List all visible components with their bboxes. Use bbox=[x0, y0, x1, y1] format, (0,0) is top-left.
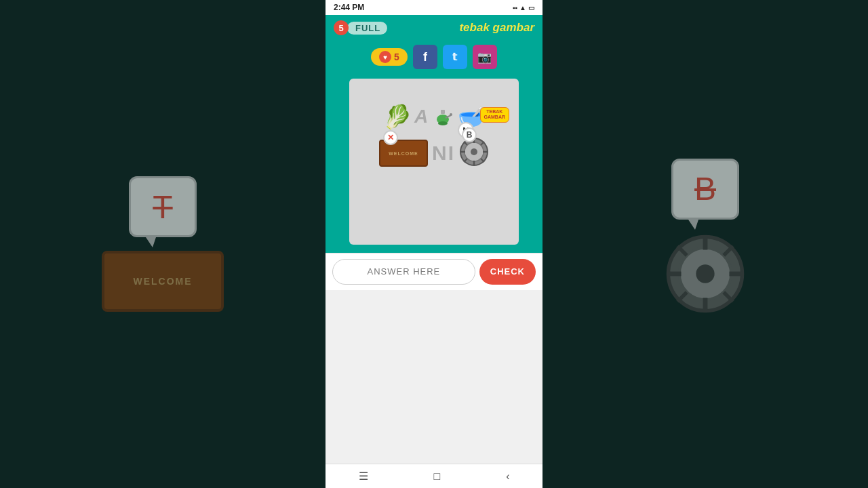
wheel-svg bbox=[459, 137, 489, 167]
keyboard-area bbox=[326, 290, 542, 464]
facebook-icon: f bbox=[423, 50, 427, 64]
instagram-button[interactable]: 📷 bbox=[473, 45, 497, 69]
coin-badge: ♥ 5 bbox=[371, 48, 408, 66]
status-time: 2:44 PM bbox=[334, 3, 364, 12]
mat-text: WELCOME bbox=[389, 151, 418, 156]
status-bar: 2:44 PM ▪▪ ▲ ▭ bbox=[326, 0, 542, 15]
puzzle-box: TEBAK GAMBAR N 🥬 A bbox=[349, 79, 519, 245]
blender-icon bbox=[431, 104, 455, 129]
bg-right-decor: B bbox=[665, 159, 746, 330]
bg-wheel-svg bbox=[665, 233, 746, 314]
bg-bubble-letter-right: B bbox=[694, 170, 716, 207]
bg-mat-left: WELCOME bbox=[102, 251, 224, 312]
svg-point-3 bbox=[450, 113, 452, 116]
check-button[interactable]: CHECK bbox=[479, 259, 536, 285]
puzzle-bottom-row: ✕ WELCOME NI B bbox=[355, 137, 513, 169]
game-area: TEBAK GAMBAR N 🥬 A bbox=[326, 73, 542, 253]
bg-speech-bubble-right: B bbox=[671, 159, 739, 220]
bg-mat-text-left: WELCOME bbox=[133, 276, 192, 287]
signal-icon: ▪▪ bbox=[513, 4, 517, 12]
back-button[interactable]: ‹ bbox=[506, 470, 509, 483]
bg-wheel-right bbox=[665, 233, 746, 330]
svg-point-4 bbox=[438, 121, 448, 125]
bg-speech-bubble-left: T bbox=[129, 176, 197, 237]
wifi-icon: ▲ bbox=[519, 4, 526, 12]
coin-icon: ♥ bbox=[379, 51, 391, 63]
background-left: T WELCOME bbox=[0, 0, 326, 488]
top-bar: 5 FULL tebak gambar bbox=[326, 15, 542, 41]
ni-letters: NI bbox=[432, 142, 455, 165]
svg-point-7 bbox=[471, 148, 477, 155]
answer-section: CHECK bbox=[326, 253, 542, 290]
home-button[interactable]: □ bbox=[434, 470, 441, 483]
logo-line2: GAMBAR bbox=[484, 115, 506, 120]
puzzle-inner: TEBAK GAMBAR N 🥬 A bbox=[355, 103, 513, 245]
full-badge: 5 FULL bbox=[334, 20, 387, 35]
social-bar: ♥ 5 f 𝕥 📷 bbox=[326, 41, 542, 73]
svg-rect-1 bbox=[441, 110, 445, 114]
svg-point-18 bbox=[696, 264, 714, 283]
nav-bar: ☰ □ ‹ bbox=[326, 464, 542, 488]
level-number: 5 bbox=[334, 20, 349, 35]
facebook-button[interactable]: f bbox=[413, 45, 437, 69]
logo-line1: TEBAK bbox=[484, 109, 506, 115]
twitter-icon: 𝕥 bbox=[452, 51, 457, 63]
background-right: B bbox=[542, 0, 868, 488]
menu-button[interactable]: ☰ bbox=[359, 470, 368, 483]
letter-a: A bbox=[414, 106, 428, 127]
bg-bubble-letter-left: T bbox=[153, 188, 172, 226]
bg-left-decor: T WELCOME bbox=[102, 176, 224, 312]
answer-input[interactable] bbox=[332, 259, 475, 285]
phone-frame: 2:44 PM ▪▪ ▲ ▭ 5 FULL tebak gambar ♥ 5 f… bbox=[326, 0, 542, 488]
full-label: FULL bbox=[347, 22, 387, 35]
twitter-button[interactable]: 𝕥 bbox=[443, 45, 467, 69]
status-icons: ▪▪ ▲ ▭ bbox=[513, 4, 534, 12]
wheel-section: B bbox=[459, 137, 489, 169]
coin-value: 5 bbox=[394, 52, 399, 62]
mat-section: ✕ WELCOME bbox=[379, 140, 428, 167]
app-title: tebak gambar bbox=[459, 21, 534, 35]
cabbage-icon: 🥬 bbox=[383, 103, 412, 130]
instagram-icon: 📷 bbox=[477, 50, 492, 64]
b-bubble: B bbox=[462, 127, 477, 142]
battery-icon: ▭ bbox=[528, 4, 534, 12]
x-bubble: ✕ bbox=[383, 130, 398, 145]
tebak-gambar-logo: TEBAK GAMBAR bbox=[480, 107, 510, 123]
